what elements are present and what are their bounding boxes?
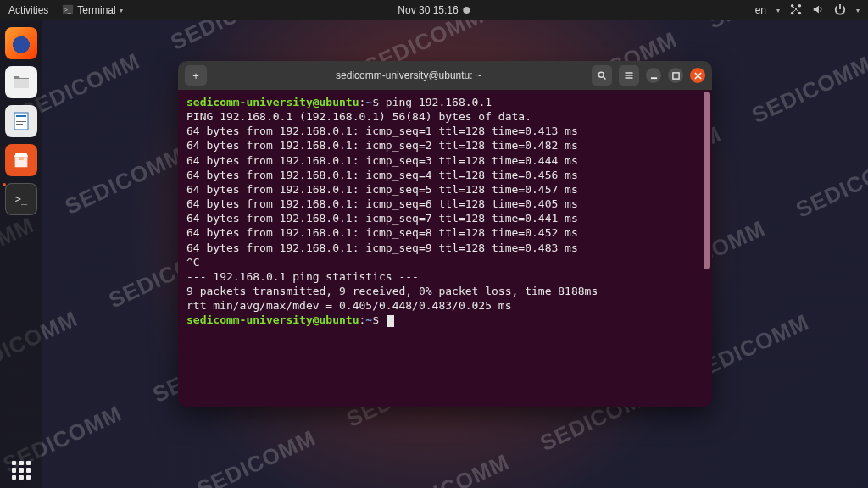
window-close-button[interactable] [690, 68, 705, 83]
output-line: 64 bytes from 192.168.0.1: icmp_seq=2 tt… [186, 138, 704, 152]
terminal-icon: >_ [62, 3, 74, 18]
dock-terminal[interactable] [5, 183, 37, 215]
svg-rect-14 [626, 75, 633, 76]
apps-grid-icon [12, 461, 31, 480]
window-title: sedicomm-university@ubuntu: ~ [261, 69, 556, 81]
output-line: rtt min/avg/max/mdev = 0.405/0.448/0.483… [186, 298, 704, 313]
output-line: 64 bytes from 192.168.0.1: icmp_seq=3 tt… [186, 153, 704, 168]
dock-files[interactable] [5, 66, 37, 98]
clock[interactable]: Nov 30 15:16 [398, 4, 470, 16]
svg-rect-17 [672, 72, 678, 78]
prompt-tail: $ [372, 96, 379, 108]
svg-rect-9 [16, 121, 26, 122]
output-line: --- 192.168.0.1 ping statistics --- [186, 269, 704, 284]
terminal-window: + sedicomm-university@ubuntu: ~ sedicomm… [178, 61, 712, 407]
hamburger-menu-button[interactable] [619, 65, 639, 86]
clock-label: Nov 30 15:16 [398, 4, 458, 16]
chevron-down-icon: ▾ [776, 7, 780, 14]
window-minimize-button[interactable] [646, 68, 661, 83]
app-menu-label: Terminal [77, 4, 115, 16]
svg-rect-10 [16, 124, 23, 125]
svg-rect-16 [650, 77, 656, 79]
output-line: 64 bytes from 192.168.0.1: icmp_seq=1 tt… [186, 124, 704, 138]
output-line: PING 192.168.0.1 (192.168.0.1) 56(84) by… [186, 109, 704, 124]
show-applications[interactable] [0, 461, 42, 480]
app-menu[interactable]: >_ Terminal ▾ [62, 3, 122, 18]
chevron-down-icon: ▾ [856, 7, 860, 14]
prompt-path: ~ [365, 96, 372, 108]
chevron-down-icon: ▾ [120, 7, 123, 14]
svg-rect-8 [16, 119, 26, 119]
lang-indicator[interactable]: en [755, 4, 766, 16]
terminal-body[interactable]: sedicomm-university@ubuntu:~$ ping 192.1… [178, 90, 712, 407]
command-text: ping 192.168.0.1 [386, 96, 492, 108]
prompt-line: sedicomm-university@ubuntu:~$ ping 192.1… [186, 95, 704, 109]
output-line: 64 bytes from 192.168.0.1: icmp_seq=5 tt… [186, 182, 704, 197]
new-tab-button[interactable]: + [185, 65, 207, 86]
gnome-topbar: Activities >_ Terminal ▾ Nov 30 15:16 en… [0, 0, 868, 20]
output-line: 64 bytes from 192.168.0.1: icmp_seq=9 tt… [186, 241, 704, 255]
dock [0, 20, 42, 488]
notification-dot-icon [464, 7, 470, 14]
svg-rect-7 [16, 115, 26, 117]
activities-button[interactable]: Activities [8, 4, 48, 16]
svg-rect-13 [626, 72, 633, 74]
svg-rect-15 [626, 77, 633, 79]
search-button[interactable] [592, 65, 612, 86]
svg-text:>_: >_ [64, 6, 71, 13]
window-maximize-button[interactable] [668, 68, 683, 83]
prompt-path: ~ [365, 313, 372, 326]
prompt-tail: $ [372, 313, 379, 326]
cursor-icon [387, 315, 394, 327]
dock-writer[interactable] [5, 105, 37, 137]
output-line: 64 bytes from 192.168.0.1: icmp_seq=8 tt… [186, 225, 704, 240]
svg-rect-11 [19, 157, 24, 160]
window-titlebar[interactable]: + sedicomm-university@ubuntu: ~ [178, 61, 712, 90]
output-line: ^C [186, 255, 704, 269]
output-line: 64 bytes from 192.168.0.1: icmp_seq=6 tt… [186, 197, 704, 211]
dock-software[interactable] [5, 144, 37, 176]
output-line: 64 bytes from 192.168.0.1: icmp_seq=4 tt… [186, 168, 704, 182]
dock-firefox[interactable] [5, 27, 37, 59]
power-icon[interactable] [834, 3, 846, 18]
scrollbar[interactable] [704, 92, 710, 269]
prompt-user: sedicomm-university@ubuntu [186, 96, 359, 108]
prompt-line: sedicomm-university@ubuntu:~$ [186, 313, 704, 327]
output-line: 9 packets transmitted, 9 received, 0% pa… [186, 284, 704, 298]
svg-point-12 [598, 72, 604, 77]
network-icon[interactable] [790, 3, 802, 18]
prompt-user: sedicomm-university@ubuntu [186, 313, 359, 326]
output-line: 64 bytes from 192.168.0.1: icmp_seq=7 tt… [186, 211, 704, 225]
volume-icon[interactable] [812, 3, 824, 18]
